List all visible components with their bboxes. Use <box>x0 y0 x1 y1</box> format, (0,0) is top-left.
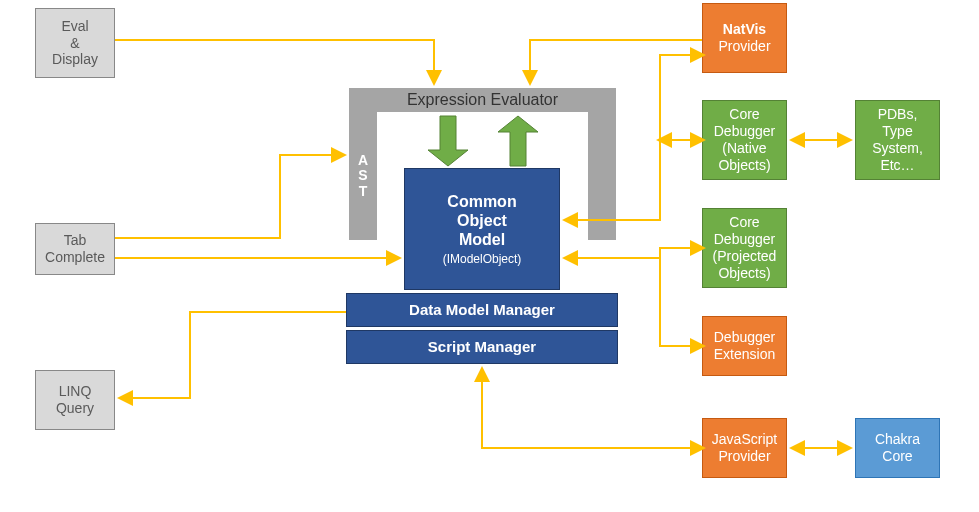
core-debugger-projected-box: Core Debugger (Projected Objects) <box>702 208 787 288</box>
ast-box: A S T <box>349 112 377 240</box>
script-manager-label: Script Manager <box>428 338 536 356</box>
imodelobject-label: (IModelObject) <box>443 252 522 266</box>
debugger-ext-box: Debugger Extension <box>702 316 787 376</box>
expr-eval-top: Expression Evaluator <box>349 88 616 112</box>
core-debugger-native-label: Core Debugger (Native Objects) <box>714 106 776 173</box>
data-model-manager-label: Data Model Manager <box>409 301 555 319</box>
arrow-natvis-to-com <box>566 55 702 220</box>
arrow-coredbg-proj-to-com <box>566 248 702 258</box>
common-object-model-label: Common Object Model <box>447 192 516 250</box>
js-provider-box: JavaScript Provider <box>702 418 787 478</box>
green-down-arrow <box>428 116 468 166</box>
data-model-manager-box: Data Model Manager <box>346 293 618 327</box>
natvis-sub: Provider <box>718 38 770 55</box>
arrow-dmm-to-linq <box>121 312 346 398</box>
expr-eval-label: Expression Evaluator <box>407 90 558 109</box>
eval-display-box: Eval & Display <box>35 8 115 78</box>
arrow-dbgext-to-com <box>660 258 702 346</box>
eval-display-label: Eval & Display <box>52 18 98 68</box>
js-provider-label: JavaScript Provider <box>712 431 777 465</box>
linq-query-box: LINQ Query <box>35 370 115 430</box>
script-manager-box: Script Manager <box>346 330 618 364</box>
tab-complete-box: Tab Complete <box>35 223 115 275</box>
arrow-tab-to-ast <box>115 155 343 238</box>
linq-query-label: LINQ Query <box>56 383 94 417</box>
arrow-js-to-script <box>482 370 702 448</box>
pdbs-box: PDBs, Type System, Etc… <box>855 100 940 180</box>
pdbs-label: PDBs, Type System, Etc… <box>872 106 923 173</box>
chakra-box: Chakra Core <box>855 418 940 478</box>
green-up-arrow <box>498 116 538 166</box>
natvis-box: NatVis Provider <box>702 3 787 73</box>
ast-label: A S T <box>358 153 368 199</box>
arrow-eval-to-expr <box>115 40 434 82</box>
chakra-label: Chakra Core <box>875 431 920 465</box>
core-debugger-projected-label: Core Debugger (Projected Objects) <box>713 214 777 281</box>
core-debugger-native-box: Core Debugger (Native Objects) <box>702 100 787 180</box>
common-object-model-box: Common Object Model (IModelObject) <box>404 168 560 290</box>
debugger-ext-label: Debugger Extension <box>714 329 776 363</box>
tab-complete-label: Tab Complete <box>45 232 105 266</box>
natvis-bold: NatVis <box>723 21 766 38</box>
arrow-natvis-to-expr <box>530 40 702 82</box>
expr-eval-right-leg <box>588 112 616 240</box>
